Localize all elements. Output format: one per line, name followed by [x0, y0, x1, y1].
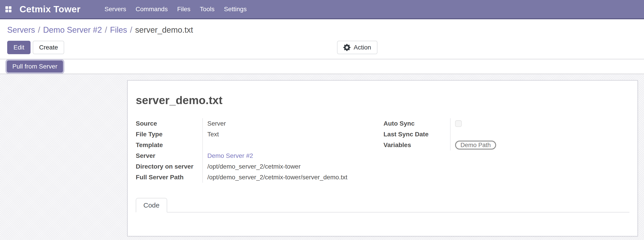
field-group-left: Source Server File Type Text Template Se… — [136, 118, 384, 183]
action-button[interactable]: Action — [337, 41, 378, 54]
field-value: Server — [202, 118, 384, 129]
field-label: Server — [136, 152, 202, 159]
sheet-background: server_demo.txt Source Server File Type … — [0, 74, 644, 240]
field-value — [202, 140, 384, 150]
field-value: Demo Path — [450, 140, 545, 150]
apps-grid-icon — [6, 6, 12, 12]
field-label: Variables — [384, 141, 450, 149]
field-row-variables: Variables Demo Path — [384, 140, 545, 150]
field-row-template: Template — [136, 140, 384, 150]
field-row-directory: Directory on server /opt/demo_server_2/c… — [136, 161, 384, 172]
field-value: Demo Server #2 — [202, 150, 384, 161]
field-row-last-sync-date: Last Sync Date — [384, 129, 545, 140]
pull-from-server-button[interactable]: Pull from Server — [7, 60, 63, 73]
breadcrumb-separator: / — [130, 25, 132, 34]
breadcrumb-separator: / — [105, 25, 107, 34]
edit-button[interactable]: Edit — [7, 41, 30, 54]
field-row-full-path: Full Server Path /opt/demo_server_2/cetm… — [136, 172, 384, 183]
field-value: /opt/demo_server_2/cetmix-tower/server_d… — [202, 172, 384, 183]
field-label: Source — [136, 120, 202, 127]
brand-title[interactable]: Cetmix Tower — [20, 4, 80, 14]
field-group-right: Auto Sync Last Sync Date Variables Demo … — [384, 118, 545, 183]
menu-item-files[interactable]: Files — [172, 0, 195, 19]
breadcrumb-current: server_demo.txt — [135, 25, 193, 34]
menu-item-commands[interactable]: Commands — [131, 0, 172, 19]
notebook-tabs: Code — [136, 198, 630, 213]
form-sheet: server_demo.txt Source Server File Type … — [127, 80, 638, 237]
field-groups: Source Server File Type Text Template Se… — [136, 118, 630, 183]
field-row-server: Server Demo Server #2 — [136, 150, 384, 161]
field-label: Last Sync Date — [384, 131, 450, 138]
field-label: Auto Sync — [384, 120, 450, 127]
field-label: Template — [136, 141, 202, 149]
tab-code[interactable]: Code — [136, 198, 167, 213]
app-window: Cetmix Tower Servers Commands Files Tool… — [0, 0, 644, 240]
apps-menu-button[interactable] — [4, 5, 13, 14]
field-value: Text — [202, 129, 384, 140]
server-record-link[interactable]: Demo Server #2 — [207, 152, 253, 159]
field-row-auto-sync: Auto Sync — [384, 118, 545, 129]
field-value — [450, 118, 545, 129]
field-value — [450, 129, 545, 140]
gear-icon — [343, 44, 350, 51]
form-statusbar: Pull from Server — [0, 59, 644, 74]
breadcrumb-link-demo-server[interactable]: Demo Server #2 — [43, 25, 102, 34]
button-row: Edit Create Action — [7, 41, 644, 54]
control-panel: Servers/Demo Server #2/Files/server_demo… — [0, 19, 644, 59]
menu-item-servers[interactable]: Servers — [100, 0, 131, 19]
main-menu: Servers Commands Files Tools Settings — [100, 0, 251, 19]
field-value: /opt/demo_server_2/cetmix-tower — [202, 161, 384, 172]
breadcrumb: Servers/Demo Server #2/Files/server_demo… — [7, 25, 644, 35]
auto-sync-checkbox[interactable] — [455, 120, 462, 127]
breadcrumb-link-servers[interactable]: Servers — [7, 25, 35, 34]
menu-item-tools[interactable]: Tools — [195, 0, 219, 19]
create-button[interactable]: Create — [33, 41, 64, 54]
variable-tag[interactable]: Demo Path — [455, 141, 496, 149]
top-navbar: Cetmix Tower Servers Commands Files Tool… — [0, 0, 644, 19]
field-row-file-type: File Type Text — [136, 129, 384, 140]
action-button-label: Action — [354, 44, 371, 51]
field-row-source: Source Server — [136, 118, 384, 129]
record-title: server_demo.txt — [136, 93, 630, 108]
menu-item-settings[interactable]: Settings — [219, 0, 251, 19]
field-label: Full Server Path — [136, 174, 202, 181]
breadcrumb-separator: / — [38, 25, 40, 34]
field-label: File Type — [136, 131, 202, 138]
breadcrumb-link-files[interactable]: Files — [110, 25, 127, 34]
field-label: Directory on server — [136, 163, 202, 170]
